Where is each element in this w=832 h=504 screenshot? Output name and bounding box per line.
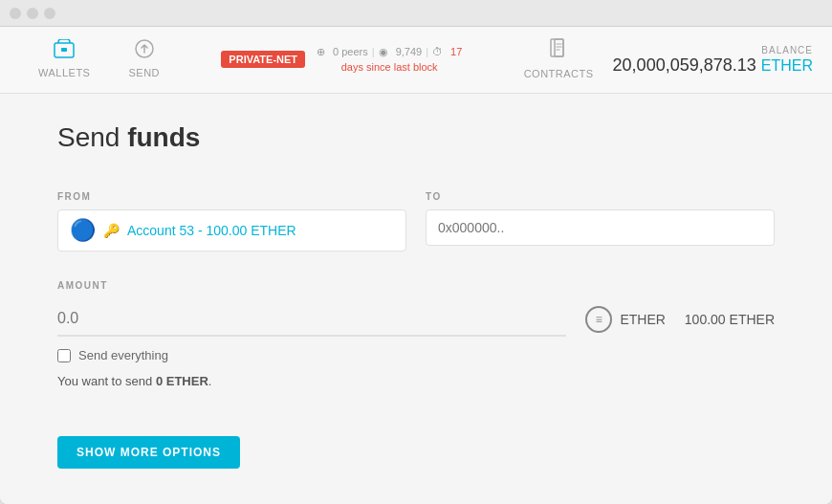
page-title: Send funds xyxy=(57,122,775,153)
network-center: PRIVATE-NET ⊕ 0 peers | ◉ 9,749 | ⏱ 1 xyxy=(179,46,505,74)
send-icon xyxy=(135,39,154,63)
from-group: FROM 🔵 🔑 Account 53 - 100.00 ETHER xyxy=(57,191,406,252)
from-to-section: FROM 🔵 🔑 Account 53 - 100.00 ETHER TO xyxy=(57,191,775,252)
key-icon: 🔑 xyxy=(103,223,120,238)
currency-display: ≡ ETHER xyxy=(585,306,665,333)
from-label: FROM xyxy=(57,191,406,202)
show-more-button[interactable]: SHOW MORE OPTIONS xyxy=(57,436,240,469)
send-amount-value: 0 ETHER xyxy=(156,374,208,388)
contracts-icon xyxy=(548,38,569,64)
account-avatar: 🔵 xyxy=(70,218,96,243)
days-info: ⏱ 17 xyxy=(432,46,462,57)
balance-label: BALANCE xyxy=(761,45,813,55)
blocks-count: 9,749 xyxy=(396,46,423,57)
nav-send-label: SEND xyxy=(128,67,160,78)
amount-input[interactable] xyxy=(57,302,566,337)
blocks-info: ◉ 9,749 xyxy=(379,46,423,58)
main-content: Send funds FROM 🔵 🔑 Account 53 - 100.00 … xyxy=(0,94,832,504)
maximize-button[interactable] xyxy=(44,8,55,19)
from-field[interactable]: 🔵 🔑 Account 53 - 100.00 ETHER xyxy=(57,209,406,252)
balance-section: BALANCE 20,000,059,878.13 ETHER xyxy=(613,45,813,76)
amount-label: AMOUNT xyxy=(57,280,775,291)
send-everything-checkbox[interactable] xyxy=(57,349,71,362)
send-info: You want to send 0 ETHER. xyxy=(57,374,775,388)
balance-value: 20,000,059,878.13 ETHER xyxy=(613,55,813,76)
time-icon: ⏱ xyxy=(432,46,443,57)
svg-rect-3 xyxy=(551,39,563,56)
currency-label: ETHER xyxy=(620,312,665,327)
wallets-icon xyxy=(54,39,75,63)
amount-section: AMOUNT ≡ ETHER 100.00 ETHER Send everyth… xyxy=(57,280,775,388)
send-everything-label[interactable]: Send everything xyxy=(78,348,168,362)
nav-contracts-label: CONTRACTS xyxy=(524,68,594,79)
network-info-group: ⊕ 0 peers | ◉ 9,749 | ⏱ 17 days since la… xyxy=(317,46,462,74)
svg-rect-1 xyxy=(61,48,67,52)
svg-rect-4 xyxy=(555,39,563,56)
peers-icon: ⊕ xyxy=(317,46,325,58)
minimize-button[interactable] xyxy=(27,8,38,19)
currency-icon: ≡ xyxy=(585,306,612,333)
nav-wallets-label: WALLETS xyxy=(38,67,90,78)
close-button[interactable] xyxy=(10,8,21,19)
nav-contracts[interactable]: CONTRACTS xyxy=(505,31,613,90)
amount-row: ≡ ETHER 100.00 ETHER xyxy=(57,302,775,337)
to-input[interactable] xyxy=(426,209,775,246)
traffic-lights xyxy=(10,8,55,19)
amount-input-wrap xyxy=(57,302,566,337)
to-label: TO xyxy=(426,191,775,202)
nav-wallets[interactable]: WALLETS xyxy=(19,32,109,89)
titlebar xyxy=(0,0,832,27)
days-count: 17 xyxy=(450,46,462,57)
account-name: Account 53 - 100.00 ETHER xyxy=(127,223,296,238)
blocks-icon: ◉ xyxy=(379,46,388,58)
send-everything-row: Send everything xyxy=(57,348,775,362)
peers-count: 0 peers xyxy=(333,46,368,57)
days-label: days since last block xyxy=(341,60,438,74)
nav-send[interactable]: SEND xyxy=(109,32,179,89)
account-balance-display: 100.00 ETHER xyxy=(685,312,775,327)
navbar: WALLETS SEND PRIVATE-NET ⊕ 0 peers xyxy=(0,27,832,94)
network-badge: PRIVATE-NET xyxy=(221,51,305,68)
to-group: TO xyxy=(426,191,775,252)
peers-info: ⊕ 0 peers xyxy=(317,46,368,58)
